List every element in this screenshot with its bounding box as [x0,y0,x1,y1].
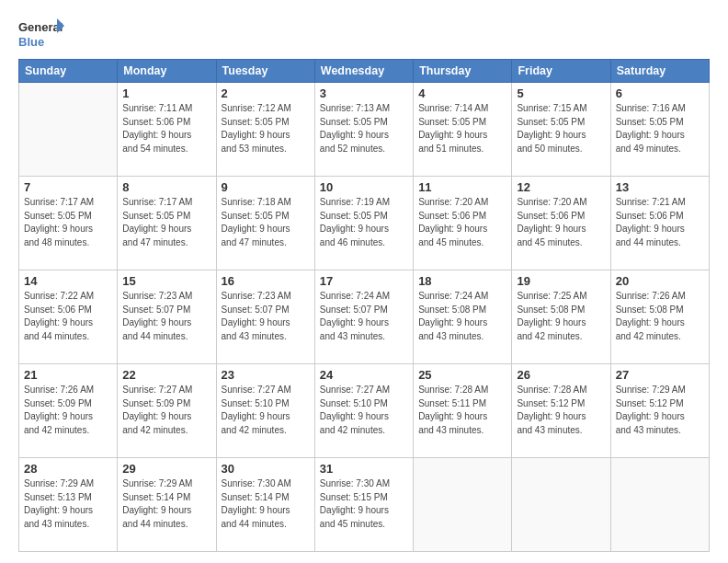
day-info: Sunrise: 7:26 AM Sunset: 5:09 PM Dayligh… [24,384,112,437]
day-cell: 20Sunrise: 7:26 AM Sunset: 5:08 PM Dayli… [610,270,709,364]
day-cell: 6Sunrise: 7:16 AM Sunset: 5:05 PM Daylig… [610,83,709,177]
day-info: Sunrise: 7:11 AM Sunset: 5:06 PM Dayligh… [122,102,210,155]
day-number: 14 [24,274,112,288]
day-cell: 27Sunrise: 7:29 AM Sunset: 5:12 PM Dayli… [610,364,709,458]
day-number: 30 [222,462,310,476]
day-info: Sunrise: 7:27 AM Sunset: 5:10 PM Dayligh… [320,384,408,437]
day-info: Sunrise: 7:29 AM Sunset: 5:13 PM Dayligh… [24,477,112,531]
week-row-4: 21Sunrise: 7:26 AM Sunset: 5:09 PM Dayli… [19,364,710,458]
col-header-sunday: Sunday [19,60,118,83]
day-cell: 14Sunrise: 7:22 AM Sunset: 5:06 PM Dayli… [19,270,118,364]
day-number: 1 [122,86,210,100]
day-cell: 8Sunrise: 7:17 AM Sunset: 5:05 PM Daylig… [118,177,216,270]
day-number: 6 [616,86,704,100]
col-header-wednesday: Wednesday [314,60,413,83]
day-number: 23 [222,368,310,382]
day-cell: 25Sunrise: 7:28 AM Sunset: 5:11 PM Dayli… [414,364,512,458]
page: General Blue SundayMondayTuesdayWednesda… [0,0,728,563]
week-row-3: 14Sunrise: 7:22 AM Sunset: 5:06 PM Dayli… [19,270,710,364]
day-cell [512,458,610,552]
day-info: Sunrise: 7:30 AM Sunset: 5:14 PM Dayligh… [222,477,310,531]
day-info: Sunrise: 7:24 AM Sunset: 5:07 PM Dayligh… [320,290,408,343]
day-cell: 22Sunrise: 7:27 AM Sunset: 5:09 PM Dayli… [118,364,216,458]
day-number: 24 [320,368,408,382]
day-number: 7 [24,180,112,194]
day-number: 2 [222,86,310,100]
day-cell [19,83,118,177]
day-info: Sunrise: 7:22 AM Sunset: 5:06 PM Dayligh… [24,290,112,343]
day-cell: 28Sunrise: 7:29 AM Sunset: 5:13 PM Dayli… [19,458,118,552]
day-number: 5 [517,86,605,100]
day-cell: 18Sunrise: 7:24 AM Sunset: 5:08 PM Dayli… [414,270,512,364]
day-number: 28 [24,462,112,476]
day-cell: 26Sunrise: 7:28 AM Sunset: 5:12 PM Dayli… [512,364,610,458]
logo-svg: General Blue [18,17,64,52]
day-cell: 5Sunrise: 7:15 AM Sunset: 5:05 PM Daylig… [512,83,610,177]
week-row-2: 7Sunrise: 7:17 AM Sunset: 5:05 PM Daylig… [19,177,710,270]
day-info: Sunrise: 7:17 AM Sunset: 5:05 PM Dayligh… [24,196,112,249]
day-info: Sunrise: 7:25 AM Sunset: 5:08 PM Dayligh… [517,290,605,343]
day-cell [610,458,709,552]
day-cell: 7Sunrise: 7:17 AM Sunset: 5:05 PM Daylig… [19,177,118,270]
day-info: Sunrise: 7:16 AM Sunset: 5:05 PM Dayligh… [616,102,704,155]
header: General Blue [18,17,710,52]
week-row-1: 1Sunrise: 7:11 AM Sunset: 5:06 PM Daylig… [19,83,710,177]
day-number: 22 [122,368,210,382]
day-info: Sunrise: 7:23 AM Sunset: 5:07 PM Dayligh… [222,290,310,343]
day-cell: 19Sunrise: 7:25 AM Sunset: 5:08 PM Dayli… [512,270,610,364]
day-info: Sunrise: 7:20 AM Sunset: 5:06 PM Dayligh… [418,196,506,249]
svg-text:Blue: Blue [18,35,44,49]
day-cell: 4Sunrise: 7:14 AM Sunset: 5:05 PM Daylig… [414,83,512,177]
day-info: Sunrise: 7:17 AM Sunset: 5:05 PM Dayligh… [122,196,210,249]
day-info: Sunrise: 7:27 AM Sunset: 5:09 PM Dayligh… [122,384,210,437]
day-info: Sunrise: 7:28 AM Sunset: 5:12 PM Dayligh… [517,384,605,437]
col-header-thursday: Thursday [414,60,512,83]
day-info: Sunrise: 7:29 AM Sunset: 5:12 PM Dayligh… [616,384,704,437]
col-header-tuesday: Tuesday [216,60,314,83]
day-cell: 13Sunrise: 7:21 AM Sunset: 5:06 PM Dayli… [610,177,709,270]
day-info: Sunrise: 7:21 AM Sunset: 5:06 PM Dayligh… [616,196,704,249]
day-info: Sunrise: 7:12 AM Sunset: 5:05 PM Dayligh… [222,102,310,155]
day-number: 9 [222,180,310,194]
day-number: 25 [418,368,506,382]
day-cell: 10Sunrise: 7:19 AM Sunset: 5:05 PM Dayli… [314,177,413,270]
day-cell: 24Sunrise: 7:27 AM Sunset: 5:10 PM Dayli… [314,364,413,458]
day-cell: 9Sunrise: 7:18 AM Sunset: 5:05 PM Daylig… [216,177,314,270]
day-info: Sunrise: 7:14 AM Sunset: 5:05 PM Dayligh… [418,102,506,155]
day-cell: 15Sunrise: 7:23 AM Sunset: 5:07 PM Dayli… [118,270,216,364]
day-number: 4 [418,86,506,100]
col-header-monday: Monday [118,60,216,83]
week-row-5: 28Sunrise: 7:29 AM Sunset: 5:13 PM Dayli… [19,458,710,552]
day-cell [414,458,512,552]
day-cell: 3Sunrise: 7:13 AM Sunset: 5:05 PM Daylig… [314,83,413,177]
day-info: Sunrise: 7:23 AM Sunset: 5:07 PM Dayligh… [122,290,210,343]
day-cell: 30Sunrise: 7:30 AM Sunset: 5:14 PM Dayli… [216,458,314,552]
day-cell: 17Sunrise: 7:24 AM Sunset: 5:07 PM Dayli… [314,270,413,364]
logo: General Blue [18,17,64,52]
day-info: Sunrise: 7:28 AM Sunset: 5:11 PM Dayligh… [418,384,506,437]
day-info: Sunrise: 7:30 AM Sunset: 5:15 PM Dayligh… [320,477,408,531]
day-cell: 21Sunrise: 7:26 AM Sunset: 5:09 PM Dayli… [19,364,118,458]
day-cell: 1Sunrise: 7:11 AM Sunset: 5:06 PM Daylig… [118,83,216,177]
day-cell: 31Sunrise: 7:30 AM Sunset: 5:15 PM Dayli… [314,458,413,552]
day-info: Sunrise: 7:18 AM Sunset: 5:05 PM Dayligh… [222,196,310,249]
day-number: 19 [517,274,605,288]
day-cell: 11Sunrise: 7:20 AM Sunset: 5:06 PM Dayli… [414,177,512,270]
svg-text:General: General [18,20,63,34]
col-header-friday: Friday [512,60,610,83]
day-info: Sunrise: 7:13 AM Sunset: 5:05 PM Dayligh… [320,102,408,155]
day-cell: 16Sunrise: 7:23 AM Sunset: 5:07 PM Dayli… [216,270,314,364]
day-info: Sunrise: 7:27 AM Sunset: 5:10 PM Dayligh… [222,384,310,437]
day-number: 26 [517,368,605,382]
day-info: Sunrise: 7:20 AM Sunset: 5:06 PM Dayligh… [517,196,605,249]
day-info: Sunrise: 7:19 AM Sunset: 5:05 PM Dayligh… [320,196,408,249]
day-number: 16 [222,274,310,288]
col-header-saturday: Saturday [610,60,709,83]
day-number: 15 [122,274,210,288]
day-number: 17 [320,274,408,288]
day-info: Sunrise: 7:29 AM Sunset: 5:14 PM Dayligh… [122,477,210,531]
day-number: 27 [616,368,704,382]
day-info: Sunrise: 7:26 AM Sunset: 5:08 PM Dayligh… [616,290,704,343]
day-number: 21 [24,368,112,382]
calendar-table: SundayMondayTuesdayWednesdayThursdayFrid… [18,59,710,552]
